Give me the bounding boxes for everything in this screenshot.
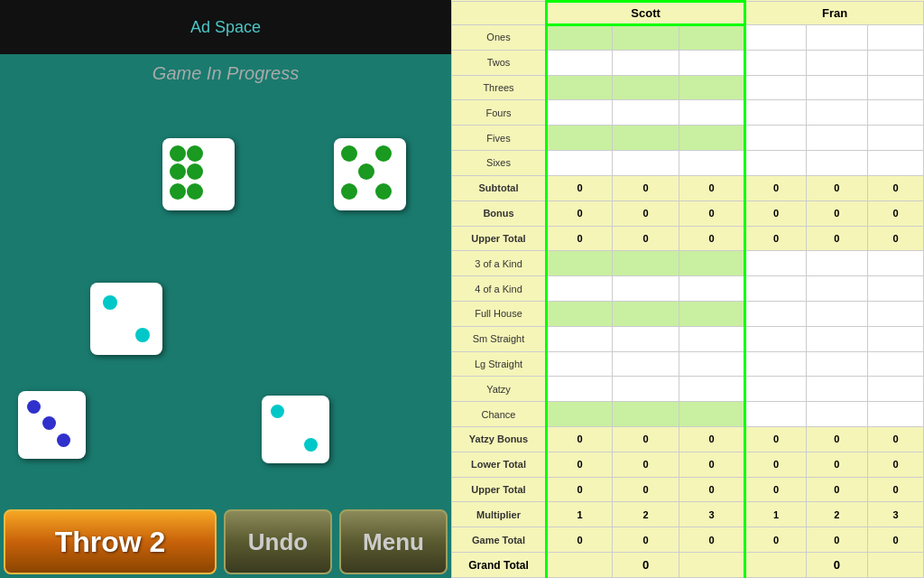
scott-score-cell[interactable] [679,151,744,176]
fran-grand-total[interactable] [867,553,923,578]
scott-score-cell[interactable] [613,100,679,126]
scott-score-cell[interactable] [547,25,613,51]
scott-score-cell[interactable]: 0 [547,226,613,251]
scott-score-cell[interactable]: 0 [547,200,613,226]
scott-score-cell[interactable]: 1 [547,502,613,527]
fran-score-cell[interactable] [745,402,807,427]
scott-score-cell[interactable]: 0 [547,452,613,477]
fran-score-cell[interactable] [867,402,923,427]
scott-score-cell[interactable]: 2 [613,502,679,527]
die-1[interactable] [162,138,235,210]
fran-score-cell[interactable] [867,326,923,351]
fran-score-cell[interactable]: 0 [806,527,867,553]
throw-button[interactable]: Throw 2 [4,509,217,574]
fran-score-cell[interactable] [806,126,867,151]
scott-score-cell[interactable] [613,25,679,51]
fran-score-cell[interactable]: 3 [867,502,923,527]
scott-score-cell[interactable]: 0 [547,477,613,502]
fran-score-cell[interactable] [867,351,923,377]
scott-score-cell[interactable] [613,126,679,151]
fran-score-cell[interactable] [745,351,807,377]
scott-score-cell[interactable] [547,251,613,276]
scott-score-cell[interactable] [679,25,744,51]
fran-score-cell[interactable] [745,276,807,302]
scott-score-cell[interactable] [613,301,679,326]
fran-score-cell[interactable] [867,100,923,126]
scott-score-cell[interactable]: 0 [547,527,613,553]
scott-score-cell[interactable] [679,301,744,326]
scott-score-cell[interactable]: 0 [679,200,744,226]
scott-score-cell[interactable] [547,75,613,100]
fran-score-cell[interactable] [806,251,867,276]
fran-score-cell[interactable] [867,276,923,302]
fran-score-cell[interactable] [867,50,923,75]
scott-score-cell[interactable] [547,100,613,126]
scott-score-cell[interactable] [679,251,744,276]
scott-score-cell[interactable]: 0 [679,527,744,553]
scott-score-cell[interactable] [679,351,744,377]
fran-score-cell[interactable] [867,251,923,276]
scott-score-cell[interactable] [679,75,744,100]
scott-score-cell[interactable]: 0 [613,175,679,200]
fran-score-cell[interactable] [867,75,923,100]
fran-score-cell[interactable] [806,151,867,176]
fran-score-cell[interactable] [745,377,807,402]
fran-score-cell[interactable]: 0 [745,226,807,251]
scott-score-cell[interactable] [613,50,679,75]
scott-score-cell[interactable] [613,326,679,351]
scott-score-cell[interactable] [547,377,613,402]
fran-score-cell[interactable] [745,301,807,326]
scott-grand-total[interactable] [547,553,613,578]
fran-score-cell[interactable]: 0 [745,427,807,452]
fran-score-cell[interactable] [806,301,867,326]
fran-grand-total[interactable]: 0 [806,553,867,578]
scott-score-cell[interactable] [547,301,613,326]
die-2[interactable] [334,138,406,210]
fran-score-cell[interactable]: 0 [806,226,867,251]
fran-score-cell[interactable]: 0 [745,175,807,200]
fran-score-cell[interactable] [745,251,807,276]
scott-score-cell[interactable] [679,276,744,302]
fran-score-cell[interactable] [806,276,867,302]
fran-score-cell[interactable]: 0 [867,175,923,200]
scott-score-cell[interactable] [613,75,679,100]
die-3[interactable] [90,283,162,355]
scott-score-cell[interactable]: 3 [679,502,744,527]
fran-score-cell[interactable] [745,100,807,126]
fran-score-cell[interactable]: 0 [806,200,867,226]
fran-score-cell[interactable]: 1 [745,502,807,527]
scott-score-cell[interactable]: 0 [547,427,613,452]
scott-score-cell[interactable]: 0 [613,527,679,553]
fran-score-cell[interactable]: 0 [867,200,923,226]
die-4[interactable] [18,391,86,459]
scott-score-cell[interactable]: 0 [613,226,679,251]
scott-score-cell[interactable] [679,50,744,75]
scott-score-cell[interactable] [613,402,679,427]
scott-score-cell[interactable] [613,151,679,176]
scott-score-cell[interactable] [613,251,679,276]
menu-button[interactable]: Menu [339,509,448,574]
scott-score-cell[interactable]: 0 [613,452,679,477]
fran-score-cell[interactable] [867,301,923,326]
fran-score-cell[interactable] [867,377,923,402]
scott-score-cell[interactable] [547,276,613,302]
fran-score-cell[interactable] [806,100,867,126]
scott-score-cell[interactable]: 0 [613,427,679,452]
fran-score-cell[interactable]: 0 [867,452,923,477]
scott-score-cell[interactable]: 0 [679,427,744,452]
fran-score-cell[interactable] [745,50,807,75]
fran-score-cell[interactable] [745,75,807,100]
scott-score-cell[interactable]: 0 [613,200,679,226]
scott-score-cell[interactable]: 0 [679,452,744,477]
scott-score-cell[interactable]: 0 [679,226,744,251]
fran-score-cell[interactable] [806,326,867,351]
fran-score-cell[interactable] [867,25,923,51]
fran-score-cell[interactable] [806,75,867,100]
scott-score-cell[interactable]: 0 [679,477,744,502]
scott-score-cell[interactable] [613,351,679,377]
fran-score-cell[interactable]: 0 [867,427,923,452]
scott-score-cell[interactable] [679,377,744,402]
fran-score-cell[interactable]: 2 [806,502,867,527]
fran-score-cell[interactable] [806,377,867,402]
fran-score-cell[interactable] [745,326,807,351]
